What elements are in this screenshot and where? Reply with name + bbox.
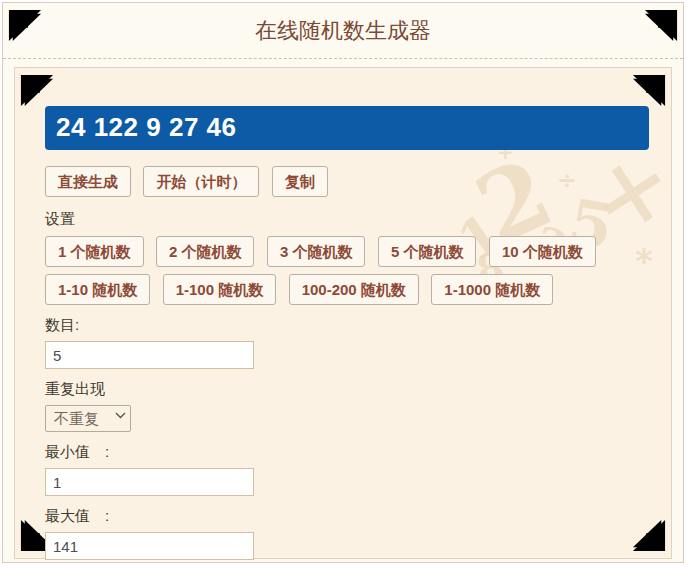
- max-label: 最大值 :: [45, 507, 649, 526]
- settings-heading: 设置: [45, 210, 649, 229]
- preset-range-100-200-button[interactable]: 100-200 随机数: [289, 274, 419, 305]
- preset-range-1-10-button[interactable]: 1-10 随机数: [45, 274, 150, 305]
- count-preset-row: 1 个随机数 2 个随机数 3 个随机数 5 个随机数 10 个随机数: [45, 236, 649, 267]
- count-input[interactable]: [45, 341, 254, 369]
- preset-count-5-button[interactable]: 5 个随机数: [378, 236, 477, 267]
- preset-count-2-button[interactable]: 2 个随机数: [156, 236, 255, 267]
- count-label: 数目:: [45, 316, 649, 335]
- corner-ornament-icon: [8, 8, 42, 42]
- repeat-select[interactable]: 不重复: [45, 405, 131, 432]
- copy-button[interactable]: 复制: [272, 166, 328, 197]
- result-display: 24 122 9 27 46: [45, 106, 649, 150]
- panel-content: 24 122 9 27 46 直接生成 开始（计时） 复制 设置 1 个随机数 …: [15, 68, 671, 560]
- repeat-label: 重复出现: [45, 380, 649, 399]
- start-timer-button[interactable]: 开始（计时）: [143, 166, 259, 197]
- action-row: 直接生成 开始（计时） 复制: [45, 166, 649, 197]
- preset-count-3-button[interactable]: 3 个随机数: [267, 236, 366, 267]
- preset-range-1-1000-button[interactable]: 1-1000 随机数: [431, 274, 553, 305]
- app-frame: 在线随机数生成器 12+÷57×28* 24 122 9 27 46 直接生成 …: [2, 2, 684, 563]
- preset-range-1-100-button[interactable]: 1-100 随机数: [163, 274, 277, 305]
- page-title: 在线随机数生成器: [3, 3, 683, 59]
- corner-ornament-icon: [644, 8, 678, 42]
- max-input[interactable]: [45, 532, 254, 560]
- generator-panel: 12+÷57×28* 24 122 9 27 46 直接生成 开始（计时） 复制…: [14, 67, 672, 559]
- min-label: 最小值 :: [45, 443, 649, 462]
- min-input[interactable]: [45, 468, 254, 496]
- range-preset-row: 1-10 随机数 1-100 随机数 100-200 随机数 1-1000 随机…: [45, 274, 649, 305]
- preset-count-10-button[interactable]: 10 个随机数: [489, 236, 596, 267]
- generate-button[interactable]: 直接生成: [45, 166, 131, 197]
- repeat-select-wrap: 不重复: [45, 405, 131, 432]
- preset-count-1-button[interactable]: 1 个随机数: [45, 236, 144, 267]
- page-header: 在线随机数生成器: [3, 3, 683, 59]
